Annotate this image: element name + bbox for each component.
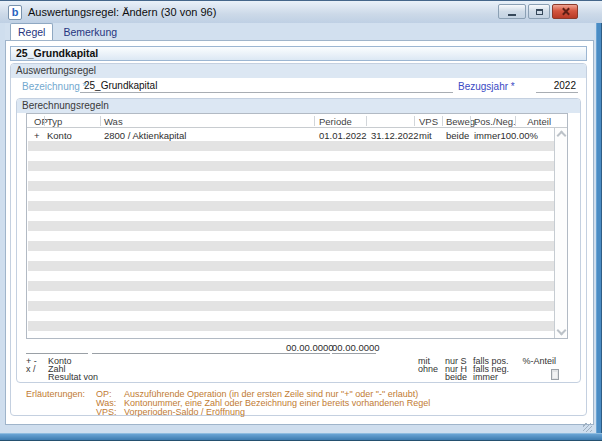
note-key-vps: VPS: <box>96 408 117 417</box>
window-right-border <box>594 23 602 433</box>
resize-grip[interactable] <box>583 423 592 432</box>
bezeichnung-label: Bezeichnung * <box>22 81 87 92</box>
titlebar: b Auswertungsregel: Ändern (30 von 96) <box>0 1 602 23</box>
cell-typ: Konto <box>47 130 72 141</box>
op-entry-field[interactable] <box>26 342 88 354</box>
maximize-button[interactable] <box>528 4 550 19</box>
rule-title-bar: 25_Grundkapital <box>10 46 587 61</box>
minimize-icon <box>508 14 516 16</box>
cell-period-from: 01.01.2022 <box>319 130 367 141</box>
legend-immer: immer <box>473 373 498 381</box>
period-from-entry-field[interactable]: 00.00.0000 <box>286 342 330 354</box>
legend-anteil: %-Anteil <box>500 357 556 365</box>
legend-beweg-beide: beide <box>445 373 467 381</box>
close-button[interactable] <box>552 4 578 19</box>
cell-beweg: beide <box>446 130 469 141</box>
period-to-entry-field[interactable]: 00.00.0000 <box>332 342 376 354</box>
berechnungsregeln-group-header: Berechnungsregeln <box>17 99 580 113</box>
notes-label: Erläuterungen: <box>26 390 85 399</box>
bezeichnung-input[interactable]: 25_Grundkapital <box>80 80 453 93</box>
col-was: Was <box>104 116 123 127</box>
bezugsjahr-input[interactable]: 2022 <box>536 80 578 93</box>
minimize-button[interactable] <box>498 4 526 19</box>
table-scrollbar[interactable] <box>554 128 567 338</box>
anteil-field-icon <box>551 369 559 380</box>
window-title: Auswertungsregel: Ändern (30 von 96) <box>28 6 216 18</box>
legend-vps-ohne: ohne <box>418 365 438 373</box>
tab-strip: Regel Bemerkung <box>5 23 594 40</box>
note-text-vps: Vorperioden-Saldo / Eröffnung <box>124 408 245 417</box>
was-entry-field[interactable] <box>92 342 287 354</box>
tab-regel[interactable]: Regel <box>10 23 53 40</box>
table-row[interactable]: + Konto 2800 / Aktienkapital 01.01.2022 … <box>27 128 554 141</box>
cell-vps: mit <box>419 130 432 141</box>
maximize-icon <box>536 9 543 15</box>
bezugsjahr-label: Bezugsjahr * <box>458 81 515 92</box>
col-op: OP <box>34 116 48 127</box>
tab-bemerkung[interactable]: Bemerkung <box>56 24 124 40</box>
col-anteil: Anteil <box>527 116 551 127</box>
rules-table: OP Typ Was Periode VPS Beweg. Pos./Neg. … <box>26 113 568 339</box>
table-header-row: OP Typ Was Periode VPS Beweg. Pos./Neg. … <box>27 114 567 128</box>
window-controls <box>498 4 578 19</box>
col-pos-neg: Pos./Neg. <box>474 116 516 127</box>
col-vps: VPS <box>419 116 438 127</box>
cell-was: 2800 / Aktienkapital <box>104 130 186 141</box>
chevron-down-icon[interactable] <box>558 328 564 334</box>
app-icon: b <box>8 5 22 20</box>
col-beweg: Beweg. <box>446 116 478 127</box>
cell-op: + <box>34 130 40 141</box>
window-bottom-border <box>0 433 602 441</box>
cell-anteil: 100.00% <box>500 130 538 141</box>
legend-op-resultat: Resultat von <box>48 373 98 381</box>
col-periode: Periode <box>319 116 352 127</box>
cell-period-to: 31.12.2022 <box>371 130 419 141</box>
empty-rows <box>28 141 554 337</box>
col-typ: Typ <box>47 116 62 127</box>
auswertungsregel-group-header: Auswertungsregel <box>11 64 586 78</box>
legend-op-symbols-2: x / <box>26 365 36 373</box>
close-icon <box>561 7 570 16</box>
chevron-up-icon[interactable] <box>558 131 564 137</box>
cell-pos-neg: immer <box>474 130 500 141</box>
app-window: b Auswertungsregel: Ändern (30 von 96) R… <box>0 0 602 441</box>
